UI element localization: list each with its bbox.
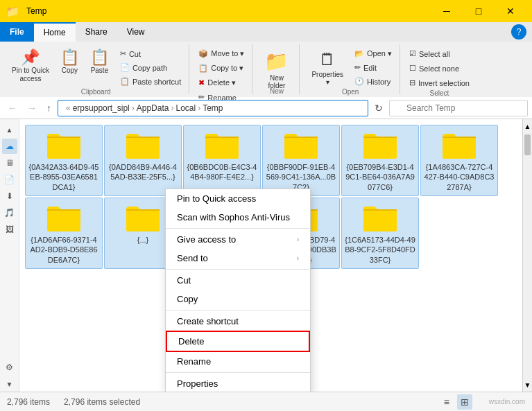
close-button[interactable]: ✕	[495, 0, 526, 22]
tab-share[interactable]: Share	[76, 22, 117, 42]
list-view-button[interactable]: ≡	[439, 394, 454, 410]
ctx-delete[interactable]: Delete	[166, 331, 310, 352]
copy-to-button[interactable]: 📋 Copy to ▾	[195, 62, 248, 75]
ribbon-content: 📌 Pin to Quickaccess 📋 Copy 📋 Paste ✂ Cu…	[0, 42, 532, 97]
delete-ribbon-button[interactable]: ✖ Delete ▾	[195, 76, 248, 89]
edit-button[interactable]: ✏ Edit	[351, 61, 395, 74]
folder-item[interactable]: {1A4863CA-727C-4427-B440-C9AD8C32787A}	[420, 125, 498, 196]
ctx-copy-label: Copy	[177, 294, 198, 304]
title-bar: 📁 Temp ─ □ ✕	[0, 0, 532, 22]
invert-selection-button[interactable]: ⊟ Invert selection	[406, 76, 473, 89]
scroll-track	[523, 157, 532, 378]
pin-quick-access-button[interactable]: 📌 Pin to Quickaccess	[7, 47, 54, 86]
refresh-button[interactable]: ↻	[371, 100, 386, 116]
back-button[interactable]: ←	[4, 100, 21, 116]
edit-label: Edit	[363, 64, 377, 72]
watermark: wsxdin.com	[489, 398, 525, 405]
copy-button[interactable]: 📋 Copy	[55, 47, 84, 78]
paste-label: Paste	[91, 67, 109, 75]
ribbon-tabs: File Home Share View ?	[0, 22, 532, 42]
move-to-button[interactable]: 📦 Move to ▾	[195, 47, 248, 60]
vertical-scrollbar[interactable]: ▲ ▼	[522, 119, 532, 392]
folder-item[interactable]: {1AD6AF66-9371-4AD2-BDB9-D58E86DE6A7C}	[25, 198, 103, 269]
folder-icon	[441, 130, 477, 160]
up-button[interactable]: ↑	[43, 100, 55, 116]
open-group-label: Open	[342, 88, 359, 96]
folder-item[interactable]: {1C6A5173-44D4-49B8-9CF2-5F8D40FD33FC}	[341, 198, 419, 269]
cut-button[interactable]: ✂ Cut	[117, 47, 185, 60]
nav-desktop[interactable]: 🖥	[2, 155, 17, 170]
folder-item[interactable]: {0BBF90DF-91EB-4569-9C41-136A...0B7C2}	[262, 125, 340, 196]
scroll-down-button[interactable]: ▼	[523, 378, 532, 392]
copy-path-button[interactable]: 📄 Copy path	[117, 61, 185, 74]
maximize-button[interactable]: □	[463, 0, 495, 22]
address-bar: ← → ↑ « erpsupport_sipl › AppData › Loca…	[0, 97, 532, 119]
forward-button[interactable]: →	[24, 100, 40, 116]
scroll-up-button[interactable]: ▲	[523, 119, 532, 133]
nav-docs[interactable]: 📄	[2, 172, 17, 187]
path-part-1: AppData	[137, 103, 169, 113]
scroll-thumb[interactable]	[524, 134, 531, 155]
folder-item[interactable]: {0B6BDC0B-E4C3-44B4-980F-E4E2...}	[183, 125, 261, 196]
folder-label: {...}	[137, 235, 149, 245]
help-button[interactable]: ?	[511, 24, 526, 40]
title-bar-icons: 📁	[6, 5, 19, 18]
folder-label: {0ADD84B9-A446-45AD-B33E-25F5...}	[108, 162, 178, 182]
clipboard-group-label: Clipboard	[81, 88, 111, 96]
organize-col: 📦 Move to ▾ 📋 Copy to ▾ ✖ Delete ▾ ✏ Ren…	[195, 47, 248, 104]
nav-cloud[interactable]: ☁	[2, 139, 17, 154]
folder-item[interactable]: {0ADD84B9-A446-45AD-B33E-25F5...}	[104, 125, 182, 196]
delete-icon: ✖	[198, 78, 205, 87]
copy-path-label: Copy path	[132, 64, 167, 72]
properties-button[interactable]: 🗒 Properties▾	[305, 47, 350, 87]
nav-music[interactable]: 🎵	[2, 205, 17, 220]
tab-view[interactable]: View	[117, 22, 155, 42]
tab-file[interactable]: File	[0, 22, 34, 42]
open-button[interactable]: 📂 Open ▾	[351, 47, 395, 60]
select-none-button[interactable]: ☐ Select none	[406, 62, 473, 75]
select-none-label: Select none	[419, 64, 459, 73]
ctx-cut[interactable]: Cut	[166, 271, 310, 290]
scissors-icon: ✂	[120, 49, 126, 58]
ctx-arrow-2: ›	[297, 254, 299, 262]
edit-icon: ✏	[354, 63, 361, 72]
ctx-give-access[interactable]: Give access to ›	[166, 230, 310, 249]
folder-item[interactable]: {0A342A33-64D9-45EB-8955-03EA6581DCA1}	[25, 125, 103, 196]
ctx-rename[interactable]: Rename	[166, 352, 310, 371]
ctx-properties[interactable]: Properties	[166, 374, 310, 392]
select-buttons: ☑ Select all ☐ Select none ⊟ Invert sele…	[406, 47, 473, 89]
new-folder-icon: 📁	[264, 50, 289, 73]
address-path[interactable]: « erpsupport_sipl › AppData › Local › Te…	[58, 100, 368, 116]
nav-downloads[interactable]: ⬇	[2, 189, 17, 204]
folder-item[interactable]: {0EB709B4-E3D1-49C1-BE64-036A7A9077C6}	[341, 125, 419, 196]
ctx-copy[interactable]: Copy	[166, 290, 310, 308]
new-buttons: 📁 Newfolder	[258, 47, 295, 87]
folder-icon	[204, 130, 240, 160]
folder-icon	[125, 202, 161, 233]
select-group-label: Select	[430, 89, 449, 97]
ctx-send-to[interactable]: Send to ›	[166, 249, 310, 268]
select-all-button[interactable]: ☑ Select all	[406, 47, 473, 60]
search-input[interactable]	[389, 100, 528, 116]
nav-expand[interactable]: ▼	[2, 376, 17, 392]
history-button[interactable]: 🕐 History	[351, 75, 395, 88]
window-title: Temp	[26, 6, 46, 16]
grid-view-button[interactable]: ⊞	[457, 394, 472, 410]
paste-button[interactable]: 📋 Paste	[85, 47, 114, 78]
minimize-button[interactable]: ─	[431, 0, 463, 22]
folder-icon	[46, 202, 82, 233]
tab-home[interactable]: Home	[34, 22, 76, 42]
nav-up-arrow[interactable]: ▲	[2, 122, 17, 137]
ctx-scan-antivirus[interactable]: Scan with Sophos Anti-Virus	[166, 208, 310, 227]
new-group-label: New	[270, 87, 284, 95]
ctx-create-shortcut[interactable]: Create shortcut	[166, 312, 310, 331]
paste-shortcut-button[interactable]: 📋 Paste shortcut	[117, 75, 185, 88]
nav-settings[interactable]: ⚙	[2, 360, 17, 375]
window-icon: 📁	[6, 5, 19, 18]
paste-icon: 📋	[90, 50, 109, 65]
ctx-pin-quick-access[interactable]: Pin to Quick access	[166, 189, 310, 208]
nav-pictures[interactable]: 🖼	[2, 222, 17, 237]
invert-icon: ⊟	[409, 78, 415, 87]
new-folder-button[interactable]: 📁 Newfolder	[258, 47, 295, 87]
title-controls: ─ □ ✕	[431, 0, 526, 22]
